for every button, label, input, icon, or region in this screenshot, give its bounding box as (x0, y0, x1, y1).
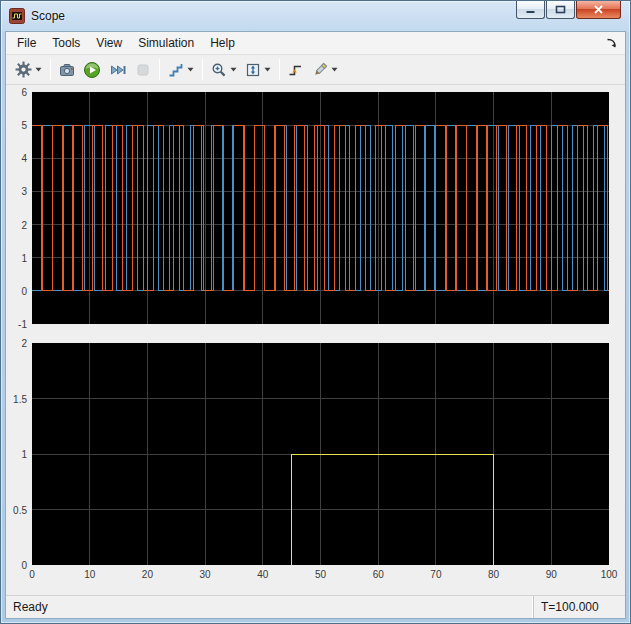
display-1-y-tick-label: 2 (6, 220, 27, 231)
minimize-icon (525, 5, 536, 14)
window-body: FileToolsViewSimulationHelp -1012345600.… (5, 31, 626, 619)
display-2-y-tick-label: 1 (6, 449, 27, 460)
close-button[interactable] (576, 1, 621, 19)
display-2-x-tick-label: 100 (594, 569, 624, 580)
menu-simulation[interactable]: Simulation (130, 32, 202, 54)
toolbar-separator (159, 59, 160, 80)
toolbar-separator (279, 59, 280, 80)
display-1-y-tick-label: 6 (6, 87, 27, 98)
configuration-button[interactable] (11, 57, 46, 82)
status-text: Ready (6, 596, 533, 618)
menu-items: FileToolsViewSimulationHelp (9, 32, 605, 54)
dropdown-arrow-icon[interactable] (230, 67, 237, 72)
display-1-y-tick-label: 0 (6, 286, 27, 297)
menu-tools[interactable]: Tools (44, 32, 88, 54)
undock-icon[interactable] (605, 37, 618, 50)
close-icon (593, 5, 604, 14)
display-1-y-tick-label: 1 (6, 253, 27, 264)
display-1-y-tick-label: -1 (6, 319, 27, 330)
titlebar[interactable]: Scope (1, 1, 630, 31)
step-forward-button[interactable] (105, 57, 131, 82)
triggers-button[interactable] (284, 57, 308, 82)
zoom-button[interactable] (207, 57, 241, 82)
toolbar-separator (50, 59, 51, 80)
display-2-x-tick-label: 50 (306, 569, 336, 580)
display-2-x-tick-label: 80 (479, 569, 509, 580)
trigger-icon (288, 62, 304, 78)
display-1-y-tick-label: 5 (6, 120, 27, 131)
fit-to-view-icon (245, 62, 261, 78)
menu-file[interactable]: File (9, 32, 44, 54)
maximize-button[interactable] (546, 1, 575, 19)
display-2-y-tick-label: 0.5 (6, 505, 27, 516)
menubar: FileToolsViewSimulationHelp (6, 32, 625, 55)
zoom-in-icon (211, 62, 227, 78)
display-2-x-tick-label: 90 (536, 569, 566, 580)
display-2-x-tick-label: 70 (421, 569, 451, 580)
stairs-icon (168, 62, 184, 78)
window-title: Scope (31, 9, 65, 23)
dropdown-arrow-icon[interactable] (331, 67, 338, 72)
statusbar: Ready T=100.000 (6, 595, 625, 618)
display-2-axes[interactable] (32, 343, 609, 565)
measurements-icon (312, 62, 328, 78)
menu-help[interactable]: Help (202, 32, 243, 54)
dropdown-arrow-icon[interactable] (264, 67, 271, 72)
toolbar-separator (202, 59, 203, 80)
run-button[interactable] (79, 57, 105, 82)
display-2-x-tick-label: 20 (132, 569, 162, 580)
dropdown-arrow-icon[interactable] (187, 67, 194, 72)
stop-icon (135, 62, 151, 78)
display-1-y-tick-label: 4 (6, 153, 27, 164)
menu-view[interactable]: View (88, 32, 130, 54)
display-1-axes[interactable] (32, 92, 609, 324)
stop-button[interactable] (131, 57, 155, 82)
display-2-x-tick-label: 60 (363, 569, 393, 580)
display-2-x-tick-label: 30 (190, 569, 220, 580)
plot-panel: -1012345600.511.520102030405060708090100 (6, 85, 625, 595)
stepping-options-button[interactable] (164, 57, 198, 82)
maximize-icon (555, 5, 566, 14)
scope-app-icon (9, 8, 25, 24)
display-2-x-tick-label: 10 (75, 569, 105, 580)
display-2-x-tick-label: 0 (17, 569, 47, 580)
cursor-measurements-button[interactable] (308, 57, 342, 82)
play-icon (83, 61, 101, 79)
display-2-y-tick-label: 1.5 (6, 394, 27, 405)
snapshot-button[interactable] (55, 57, 79, 82)
simulation-time: T=100.000 (533, 596, 625, 618)
display-1-y-tick-label: 3 (6, 186, 27, 197)
minimize-button[interactable] (516, 1, 545, 19)
gear-icon (15, 61, 32, 78)
display-2-x-tick-label: 40 (248, 569, 278, 580)
window-controls (515, 1, 621, 19)
fit-to-view-button[interactable] (241, 57, 275, 82)
step-forward-icon (109, 62, 127, 78)
dropdown-arrow-icon[interactable] (35, 67, 42, 72)
display-2-y-tick-label: 2 (6, 338, 27, 349)
toolbar (6, 55, 625, 85)
camera-icon (59, 62, 75, 78)
scope-window: Scope FileToolsViewSimulationHelp (0, 0, 631, 624)
